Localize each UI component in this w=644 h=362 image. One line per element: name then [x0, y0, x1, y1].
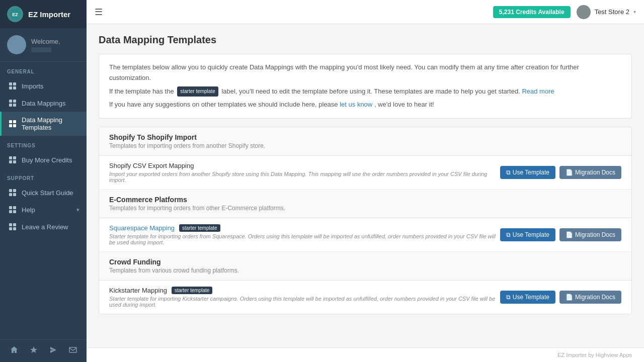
mail-icon[interactable] — [69, 346, 77, 356]
welcome-label: Welcome, — [31, 38, 60, 45]
avatar — [7, 35, 26, 54]
store-selector[interactable]: Test Store 2 ▾ — [577, 5, 636, 19]
sidebar-item-buy-more-credits[interactable]: Buy More Credits — [0, 151, 87, 168]
svg-rect-24 — [9, 210, 12, 213]
intro-line-1: The templates below allow you to quickly… — [109, 62, 621, 83]
svg-rect-14 — [9, 156, 12, 159]
svg-rect-21 — [13, 193, 16, 196]
template-info-squarespace: Squarespace Mapping starter template Sta… — [109, 224, 500, 245]
intro-line2-suffix: label, you'll need to edit the template … — [221, 87, 520, 95]
section-title-crowd: Crowd Funding — [109, 258, 621, 266]
topbar-left: ☰ — [95, 7, 103, 18]
starter-template-badge: starter template — [177, 86, 218, 97]
use-template-button-squarespace[interactable]: ⧉ Use Template — [500, 228, 555, 241]
footer-label: EZ Importer by Highview Apps — [557, 352, 632, 358]
general-section-label: GENERAL — [0, 62, 87, 77]
app-name: EZ Importer — [28, 10, 70, 19]
imports-label: Imports — [22, 82, 43, 90]
intro-line2-prefix: If the template has the — [109, 87, 174, 95]
intro-line-2: If the template has the starter template… — [109, 86, 621, 97]
svg-rect-4 — [9, 86, 12, 89]
sidebar-bottom — [0, 339, 87, 362]
topbar-right: 5,231 Credits Available Test Store 2 ▾ — [493, 5, 636, 19]
svg-rect-27 — [13, 223, 16, 226]
store-chevron-icon: ▾ — [633, 9, 636, 15]
svg-rect-6 — [9, 100, 12, 103]
svg-rect-22 — [9, 206, 12, 209]
starter-badge-squarespace: starter template — [179, 224, 220, 232]
sidebar-user-section: Welcome, — [0, 28, 87, 62]
hamburger-icon[interactable]: ☰ — [95, 7, 103, 18]
copy-icon-3: ⧉ — [506, 294, 511, 301]
svg-rect-25 — [13, 210, 16, 213]
sidebar: EZ EZ Importer Welcome, GENERAL Imports — [0, 0, 87, 362]
data-mappings-label: Data Mappings — [22, 100, 65, 107]
migration-docs-button-squarespace[interactable]: 📄 Migration Docs — [559, 228, 621, 241]
sidebar-item-leave-a-review[interactable]: Leave a Review — [0, 218, 87, 235]
section-desc-ecommerce: Templates for importing orders from othe… — [109, 205, 621, 212]
username-placeholder — [31, 47, 51, 52]
svg-rect-26 — [9, 223, 12, 226]
grid-icon-7 — [9, 223, 17, 231]
section-header-ecommerce: E-Commerce Platforms Templates for impor… — [99, 190, 631, 218]
docs-icon: 📄 — [566, 169, 573, 176]
star-icon[interactable] — [30, 346, 38, 356]
template-name-kickstarter: Kickstarter Mapping starter template — [109, 287, 500, 294]
template-name-squarespace: Squarespace Mapping starter template — [109, 224, 500, 232]
section-header-crowd: Crowd Funding Templates from various cro… — [99, 252, 631, 281]
sidebar-header: EZ EZ Importer — [0, 0, 87, 28]
section-desc-shopify: Templates for importing orders from anot… — [109, 142, 621, 149]
send-icon[interactable] — [49, 346, 57, 356]
svg-rect-28 — [9, 227, 12, 230]
template-actions-kickstarter: ⧉ Use Template 📄 Migration Docs — [500, 291, 621, 304]
svg-text:EZ: EZ — [12, 12, 18, 17]
svg-rect-23 — [13, 206, 16, 209]
credits-badge[interactable]: 5,231 Credits Available — [493, 6, 571, 18]
svg-rect-18 — [9, 189, 12, 192]
intro-section: The templates below allow you to quickly… — [99, 54, 632, 119]
svg-rect-30 — [69, 347, 76, 352]
template-name-shopify-csv: Shopify CSV Export Mapping — [109, 162, 500, 169]
intro-line3-prefix: If you have any suggestions on other tem… — [109, 101, 338, 108]
use-template-button-kickstarter[interactable]: ⧉ Use Template — [500, 291, 555, 304]
svg-rect-20 — [9, 193, 12, 196]
migration-docs-button-shopify-csv[interactable]: 📄 Migration Docs — [559, 166, 621, 179]
help-label: Help — [22, 206, 35, 214]
svg-rect-5 — [13, 86, 16, 89]
grid-icon-3 — [9, 120, 17, 128]
footer: EZ Importer by Highview Apps — [87, 347, 644, 362]
svg-rect-11 — [13, 120, 16, 123]
settings-section-label: SETTINGS — [0, 136, 87, 151]
sidebar-item-data-mappings[interactable]: Data Mappings — [0, 95, 87, 112]
main-area: ☰ 5,231 Credits Available Test Store 2 ▾… — [87, 0, 644, 362]
template-desc-kickstarter: Starter template for importing Kickstart… — [109, 296, 500, 308]
svg-rect-2 — [9, 82, 12, 85]
template-info-kickstarter: Kickstarter Mapping starter template Sta… — [109, 287, 500, 308]
sidebar-bottom-icons — [0, 340, 87, 362]
svg-rect-16 — [9, 160, 12, 163]
templates-container: Shopify To Shopify Import Templates for … — [99, 127, 632, 314]
sidebar-item-quick-start-guide[interactable]: Quick Start Guide — [0, 184, 87, 201]
section-header-shopify: Shopify To Shopify Import Templates for … — [99, 127, 631, 156]
template-info-shopify-csv: Shopify CSV Export Mapping Import your e… — [109, 162, 500, 183]
sidebar-item-help[interactable]: Help ▾ — [0, 201, 87, 218]
template-row-squarespace: Squarespace Mapping starter template Sta… — [99, 218, 631, 252]
let-us-know-link[interactable]: let us know — [340, 101, 372, 108]
svg-rect-3 — [13, 82, 16, 85]
svg-rect-15 — [13, 156, 16, 159]
quick-start-guide-label: Quick Start Guide — [22, 189, 73, 197]
use-template-button-shopify-csv[interactable]: ⧉ Use Template — [500, 166, 555, 179]
sidebar-item-data-mapping-templates[interactable]: Data Mapping Templates — [0, 112, 87, 136]
template-row-shopify-csv: Shopify CSV Export Mapping Import your e… — [99, 156, 631, 190]
svg-rect-13 — [13, 124, 16, 127]
store-avatar-icon — [577, 5, 591, 19]
data-mapping-templates-label: Data Mapping Templates — [22, 116, 79, 131]
home-icon[interactable] — [10, 346, 18, 356]
svg-rect-7 — [13, 100, 16, 103]
support-section-label: SUPPORT — [0, 168, 87, 184]
grid-icon-4 — [9, 156, 17, 164]
sidebar-item-imports[interactable]: Imports — [0, 77, 87, 95]
read-more-link[interactable]: Read more — [522, 87, 554, 95]
migration-docs-button-kickstarter[interactable]: 📄 Migration Docs — [559, 291, 621, 304]
template-actions-shopify-csv: ⧉ Use Template 📄 Migration Docs — [500, 166, 621, 179]
